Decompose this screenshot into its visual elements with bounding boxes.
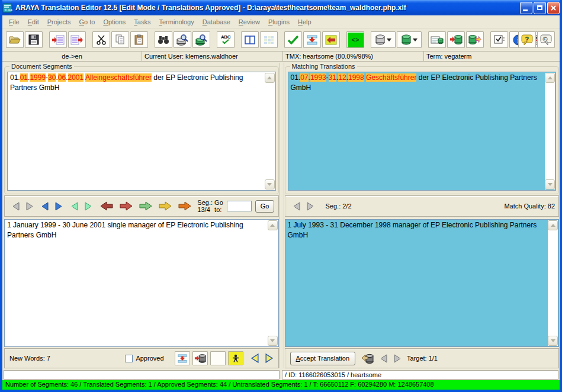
menu-help[interactable]: Help <box>294 17 316 27</box>
term-database-dropdown-button[interactable] <box>397 31 422 48</box>
prev-match-button[interactable] <box>293 201 301 211</box>
source-scrollbar[interactable] <box>265 73 275 189</box>
next-fuzzy-button[interactable] <box>158 201 172 211</box>
chevron-down-icon <box>548 183 553 186</box>
match-target-scrollbar[interactable] <box>548 220 558 346</box>
menu-goto[interactable]: Go to <box>75 17 99 27</box>
store-to-database-button[interactable] <box>192 351 208 365</box>
menu-terminology[interactable]: Terminology <box>155 17 198 27</box>
paste-button[interactable] <box>130 31 148 48</box>
menu-tasks[interactable]: Tasks <box>130 17 155 27</box>
menu-options[interactable]: Options <box>99 17 130 27</box>
insert-match-button[interactable] <box>175 351 190 365</box>
search-term-button[interactable] <box>192 31 210 48</box>
match-quality: Match Quality: 82 <box>504 203 555 210</box>
next-page-button[interactable] <box>54 201 63 211</box>
new-words-count: New Words: 7 <box>9 355 50 362</box>
goto-input[interactable] <box>227 201 252 211</box>
scroll-up-button[interactable] <box>268 220 278 230</box>
scroll-up-button[interactable] <box>548 220 558 230</box>
segment-export-button[interactable] <box>68 31 86 48</box>
approve-segment-button[interactable] <box>284 31 302 48</box>
chevron-down-icon <box>387 38 391 41</box>
status-left-cell <box>4 370 280 380</box>
find-button[interactable] <box>155 31 172 48</box>
database-import-button[interactable] <box>447 31 465 48</box>
next-untranslated-button[interactable] <box>119 201 133 211</box>
prev-untranslated-button[interactable] <box>99 201 114 211</box>
scroll-down-button[interactable] <box>265 179 275 189</box>
close-button[interactable] <box>547 2 560 14</box>
menu-edit[interactable]: Edit <box>24 17 43 27</box>
target-scrollbar[interactable] <box>268 220 278 346</box>
grid-view-button[interactable] <box>260 31 278 48</box>
return-match-to-database-button[interactable] <box>361 353 374 364</box>
spellcheck-button[interactable]: ABC <box>217 31 235 48</box>
insert-down-icon <box>177 354 188 363</box>
segment-import-button[interactable] <box>49 31 67 48</box>
return-to-segment-button[interactable] <box>322 31 340 48</box>
database-card-button[interactable] <box>428 31 446 48</box>
machine-translation-button[interactable] <box>228 351 243 365</box>
match-target-text[interactable]: 1 July 1993 - 31 December 1998 manager o… <box>285 219 560 347</box>
blank-button[interactable] <box>210 351 226 365</box>
go-button[interactable]: Go <box>255 200 275 213</box>
tmx-database-dropdown-button[interactable] <box>371 31 396 48</box>
prev-target-button[interactable] <box>380 354 388 364</box>
maximize-button[interactable] <box>534 2 546 14</box>
help-button[interactable]: ? <box>518 31 536 48</box>
prev-new-segment-button[interactable] <box>70 201 79 211</box>
approved-checkbox[interactable] <box>125 355 133 362</box>
match-nav-row: Seg.: 2/2 Match Quality: 82 <box>285 195 560 217</box>
split-view-button[interactable] <box>241 31 259 48</box>
scroll-down-button[interactable] <box>545 179 555 189</box>
chevron-down-icon <box>551 339 555 342</box>
minimize-button[interactable] <box>520 2 532 14</box>
database-export-button[interactable] <box>466 31 484 48</box>
menu-file[interactable]: File <box>5 17 24 27</box>
menu-review[interactable]: Review <box>235 17 264 27</box>
match-action-row: Accept Translation Target: 1/1 <box>285 348 560 368</box>
next-target-button[interactable] <box>393 354 402 364</box>
prev-page-button[interactable] <box>41 201 49 211</box>
chevron-down-icon <box>413 38 418 41</box>
save-button[interactable] <box>25 31 43 48</box>
insert-translation-button[interactable] <box>303 31 321 48</box>
segment-import-icon <box>52 35 65 45</box>
open-file-button[interactable] <box>6 31 24 48</box>
target-action-row: New Words: 7 Approved <box>4 348 279 368</box>
next-new-segment-button[interactable] <box>84 201 92 211</box>
spellcheck-icon: ABC <box>221 35 230 44</box>
split-view-icon <box>245 36 255 44</box>
next-segment-button[interactable] <box>25 201 34 211</box>
cut-button[interactable] <box>92 31 110 48</box>
matching-translations-groupbox: Matching Translations 01.07.1993-31.12.1… <box>285 63 560 194</box>
prev-alternative-button[interactable] <box>251 353 259 364</box>
matching-translations-title: Matching Translations <box>290 63 357 70</box>
scroll-down-button[interactable] <box>268 336 278 346</box>
menu-projects[interactable]: Projects <box>43 17 75 27</box>
review-options-button[interactable] <box>490 31 508 48</box>
scroll-down-button[interactable] <box>548 336 558 346</box>
show-tags-button[interactable]: <> <box>346 31 364 48</box>
copy-button[interactable] <box>111 31 129 48</box>
next-match-button[interactable] <box>306 201 314 211</box>
match-scrollbar[interactable] <box>545 73 555 189</box>
source-segment-text[interactable]: 01.01.1999-30.06.2001 Alleingeschäftsfüh… <box>7 72 276 191</box>
accept-translation-button[interactable]: Accept Translation <box>290 352 356 365</box>
document-segments-title: Document Segments <box>9 63 74 70</box>
match-source-text[interactable]: 01.07.1993-31.12.1998 Geschäftsführer de… <box>288 72 557 191</box>
menu-database[interactable]: Database <box>198 17 235 27</box>
search-tmx-button[interactable] <box>174 31 191 48</box>
next-translated-button[interactable] <box>139 201 153 211</box>
prev-segment-button[interactable] <box>12 201 20 211</box>
next-approved-button[interactable] <box>178 201 192 211</box>
panel-splitter[interactable] <box>280 63 284 368</box>
about-button[interactable]: © <box>537 31 555 48</box>
scroll-up-button[interactable] <box>265 73 275 83</box>
menu-plugins[interactable]: Plugins <box>264 17 294 27</box>
next-alternative-button[interactable] <box>265 353 274 364</box>
target-segment-text[interactable]: 1 January 1999 - 30 June 2001 single man… <box>4 219 279 347</box>
scroll-up-button[interactable] <box>545 73 555 83</box>
window-title: ARAYA Translation Editor 12.5 [Edit Mode… <box>15 4 519 12</box>
